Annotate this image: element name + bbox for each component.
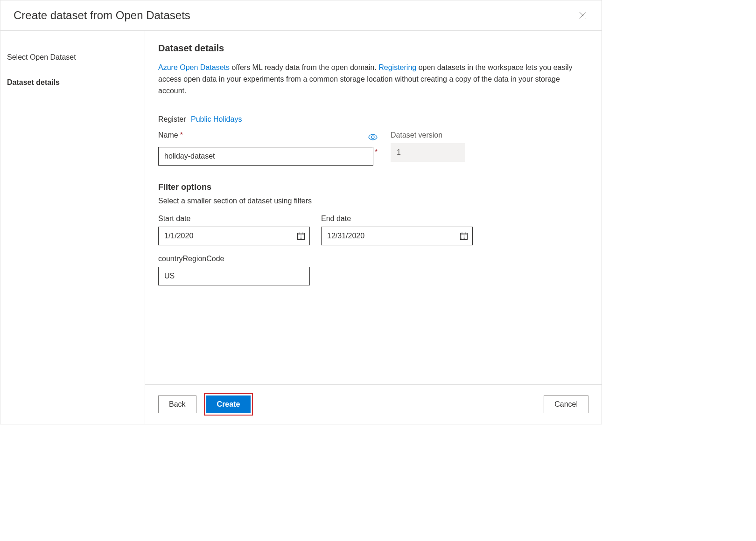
start-date-group: Start date	[158, 215, 310, 245]
eye-icon	[368, 134, 378, 140]
country-label: countryRegionCode	[158, 255, 588, 263]
country-input[interactable]	[158, 267, 310, 285]
section-heading: Dataset details	[158, 43, 588, 54]
cancel-button[interactable]: Cancel	[544, 395, 588, 413]
end-date-wrapper	[321, 227, 473, 245]
name-label: Name *	[158, 131, 183, 139]
content-scroll: Dataset details Azure Open Datasets offe…	[145, 31, 602, 384]
register-label: Register	[158, 115, 186, 123]
back-button[interactable]: Back	[158, 395, 196, 413]
country-group: countryRegionCode	[158, 255, 588, 285]
end-date-label: End date	[321, 215, 473, 223]
footer-left: Back Create	[158, 393, 253, 416]
sidebar-item-select-dataset[interactable]: Select Open Dataset	[0, 45, 145, 70]
name-label-row: Name *	[158, 131, 378, 143]
register-line: Register Public Holidays	[158, 115, 588, 124]
wizard-sidebar: Select Open Dataset Dataset details	[0, 31, 145, 424]
create-button[interactable]: Create	[206, 395, 251, 413]
dialog-footer: Back Create Cancel	[145, 384, 602, 424]
intro-description: Azure Open Datasets offers ML ready data…	[158, 62, 588, 97]
svg-point-2	[371, 136, 374, 139]
filter-heading: Filter options	[158, 182, 588, 192]
name-group: Name * *	[158, 131, 378, 166]
dialog-title: Create dataset from Open Datasets	[14, 9, 190, 22]
intro-text-1: offers ML ready data from the open domai…	[230, 63, 378, 71]
start-date-wrapper	[158, 227, 310, 245]
required-indicator-side: *	[375, 148, 378, 155]
close-button[interactable]	[577, 10, 588, 21]
name-version-row: Name * *	[158, 131, 588, 166]
date-row: Start date	[158, 215, 588, 245]
preview-button[interactable]	[368, 134, 378, 140]
registering-link[interactable]: Registering	[378, 63, 416, 71]
version-label: Dataset version	[391, 131, 465, 139]
name-input[interactable]	[158, 147, 373, 166]
sidebar-item-label: Select Open Dataset	[7, 53, 76, 61]
start-date-input[interactable]	[158, 227, 310, 245]
close-icon	[579, 12, 587, 19]
main-content: Dataset details Azure Open Datasets offe…	[145, 31, 602, 424]
azure-open-datasets-link[interactable]: Azure Open Datasets	[158, 63, 230, 71]
name-input-wrapper: *	[158, 147, 378, 166]
end-date-group: End date	[321, 215, 473, 245]
version-group: Dataset version	[391, 131, 465, 162]
dialog-container: Create dataset from Open Datasets Select…	[0, 0, 602, 424]
sidebar-item-label: Dataset details	[7, 78, 60, 86]
dialog-header: Create dataset from Open Datasets	[0, 0, 602, 31]
sidebar-item-dataset-details[interactable]: Dataset details	[0, 70, 145, 95]
dialog-body: Select Open Dataset Dataset details Data…	[0, 31, 602, 424]
required-indicator: *	[180, 131, 183, 139]
register-dataset-link[interactable]: Public Holidays	[191, 115, 242, 123]
create-highlight: Create	[204, 393, 253, 416]
filter-subtext: Select a smaller section of dataset usin…	[158, 197, 588, 205]
version-input	[391, 143, 465, 162]
start-date-label: Start date	[158, 215, 310, 223]
end-date-input[interactable]	[321, 227, 473, 245]
